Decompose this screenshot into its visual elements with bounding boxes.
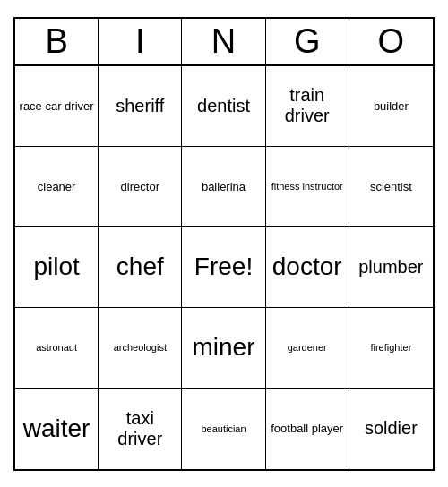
bingo-cell: pilot [15,227,99,308]
bingo-cell: soldier [349,389,433,469]
bingo-cell: plumber [349,227,433,308]
bingo-cell: beautician [182,389,265,469]
bingo-cell: archeologist [99,308,182,389]
bingo-cell: chef [99,227,182,308]
bingo-cell: fitness instructor [266,147,349,227]
bingo-cell: taxi driver [99,389,182,469]
bingo-cell: race car driver [15,66,99,147]
bingo-grid: race car driversheriffdentisttrain drive… [15,66,433,469]
bingo-cell: doctor [266,227,349,308]
bingo-cell: firefighter [349,308,433,389]
bingo-cell: gardener [266,308,349,389]
header-letter: I [99,19,182,64]
bingo-cell: waiter [15,389,99,469]
header-letter: O [349,19,433,64]
header-letter: B [15,19,99,64]
bingo-card: BINGO race car driversheriffdentisttrain… [13,17,435,471]
bingo-cell: sheriff [99,66,182,147]
bingo-cell: director [99,147,182,227]
header-letter: N [182,19,265,64]
header-letter: G [266,19,349,64]
bingo-header: BINGO [15,19,433,66]
bingo-cell: dentist [182,66,265,147]
bingo-cell: miner [182,308,265,389]
bingo-cell: astronaut [15,308,99,389]
bingo-cell: football player [266,389,349,469]
bingo-cell: scientist [349,147,433,227]
bingo-cell: builder [349,66,433,147]
bingo-cell: Free! [182,227,265,308]
bingo-cell: cleaner [15,147,99,227]
bingo-cell: train driver [266,66,349,147]
bingo-cell: ballerina [182,147,265,227]
